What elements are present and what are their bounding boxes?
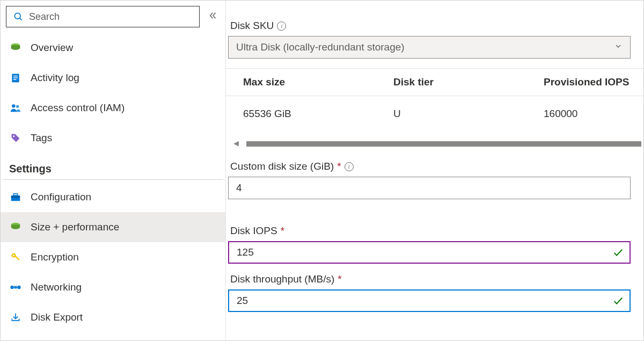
col-prov-iops: Provisioned IOPS: [533, 76, 636, 88]
main-panel: Disk SKU i Ultra Disk (locally-redundant…: [226, 1, 643, 340]
sidebar-item-label: Size + performance: [31, 221, 119, 233]
people-icon: [9, 101, 22, 114]
sidebar-item-configuration[interactable]: Configuration: [1, 182, 225, 212]
svg-point-9: [16, 105, 19, 108]
tag-icon: [9, 132, 22, 144]
checkmark-icon: [612, 246, 624, 258]
required-indicator: *: [338, 273, 341, 285]
sidebar-item-label: Disk Export: [31, 311, 83, 323]
search-box[interactable]: [6, 6, 200, 27]
disk-icon: [9, 221, 22, 234]
sidebar-item-activity-log[interactable]: Activity log: [1, 63, 225, 93]
key-icon: [9, 251, 22, 264]
svg-point-0: [14, 13, 20, 19]
col-max-size: Max size: [243, 76, 393, 88]
sidebar-item-label: Encryption: [31, 251, 79, 263]
disk-throughput-input[interactable]: [228, 289, 631, 312]
custom-disk-size-input[interactable]: [228, 177, 631, 199]
sidebar-item-label: Overview: [31, 42, 73, 54]
info-icon[interactable]: i: [277, 21, 286, 31]
disk-sku-value: Ultra Disk (locally-redundant storage): [236, 41, 405, 53]
info-icon[interactable]: i: [345, 162, 354, 171]
search-icon: [12, 10, 25, 23]
sidebar-item-size-performance[interactable]: Size + performance: [1, 212, 225, 242]
toolbox-icon: [9, 191, 22, 204]
svg-point-18: [11, 286, 13, 289]
sidebar-item-label: Activity log: [31, 72, 79, 84]
required-indicator: *: [337, 161, 341, 172]
table-row[interactable]: 65536 GiB U 160000: [226, 96, 643, 132]
disk-sku-select[interactable]: Ultra Disk (locally-redundant storage): [228, 36, 631, 59]
export-icon: [9, 311, 22, 324]
search-input[interactable]: [29, 11, 194, 23]
svg-rect-5: [13, 76, 18, 77]
sidebar-item-encryption[interactable]: Encryption: [1, 242, 225, 272]
chevron-down-icon: [614, 41, 623, 53]
col-disk-tier: Disk tier: [393, 76, 533, 88]
sku-table: Max size Disk tier Provisioned IOPS 6553…: [226, 68, 643, 132]
sidebar-item-label: Access control (IAM): [31, 102, 125, 114]
cell-max-size: 65536 GiB: [243, 108, 393, 120]
scroll-left-arrow[interactable]: ◀: [233, 139, 239, 147]
disk-throughput-label: Disk throughput (MB/s): [230, 273, 334, 285]
sidebar-item-disk-export[interactable]: Disk Export: [1, 302, 225, 332]
svg-line-1: [20, 18, 22, 20]
sidebar-item-label: Networking: [31, 281, 82, 293]
sidebar-item-overview[interactable]: Overview: [1, 33, 225, 63]
svg-point-19: [18, 286, 20, 289]
sidebar: Overview Activity log Access control (IA…: [1, 1, 226, 340]
svg-rect-17: [15, 256, 19, 260]
disk-iops-input[interactable]: [228, 241, 631, 264]
cell-disk-tier: U: [393, 108, 533, 120]
collapse-sidebar-button[interactable]: [206, 9, 220, 25]
sidebar-item-access-control[interactable]: Access control (IAM): [1, 93, 225, 123]
sidebar-section-settings: Settings: [3, 153, 223, 180]
disk-sku-label: Disk SKU: [230, 20, 274, 32]
svg-point-16: [13, 255, 14, 256]
network-icon: [9, 281, 22, 294]
svg-point-10: [13, 135, 14, 137]
disk-iops-label: Disk IOPS: [230, 225, 277, 237]
checkmark-icon: [612, 295, 624, 307]
sidebar-item-label: Configuration: [31, 191, 91, 203]
svg-rect-7: [13, 79, 17, 81]
activity-log-icon: [9, 71, 22, 84]
sidebar-item-tags[interactable]: Tags: [1, 123, 225, 153]
svg-point-8: [12, 104, 15, 107]
svg-rect-6: [13, 77, 18, 78]
cell-prov-iops: 160000: [533, 108, 636, 120]
horizontal-scrollbar[interactable]: ◀: [228, 140, 641, 148]
sidebar-item-label: Tags: [31, 132, 52, 144]
disk-icon: [9, 41, 22, 54]
custom-size-label: Custom disk size (GiB): [230, 161, 334, 172]
required-indicator: *: [281, 225, 284, 237]
sidebar-item-networking[interactable]: Networking: [1, 272, 225, 302]
svg-rect-13: [13, 194, 17, 196]
